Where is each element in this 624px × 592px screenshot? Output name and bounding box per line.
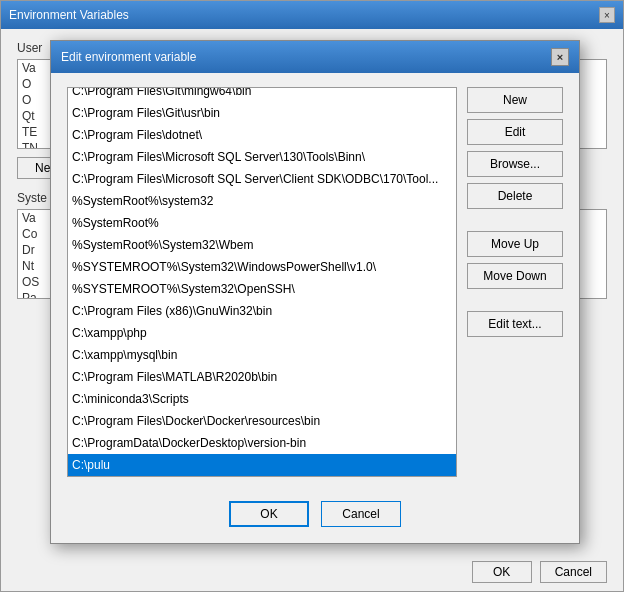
bg-cancel-button[interactable]: Cancel	[540, 561, 607, 583]
bg-close-button[interactable]: ×	[599, 7, 615, 23]
path-list-item[interactable]: C:\Program Files\dotnet\	[68, 124, 456, 146]
path-list-item[interactable]: %SystemRoot%\system32	[68, 190, 456, 212]
path-list-item[interactable]: C:\xampp\php	[68, 322, 456, 344]
path-list-container: C:\Program Files\nodejs\C:\Program Files…	[67, 87, 457, 477]
path-list[interactable]: C:\Program Files\nodejs\C:\Program Files…	[67, 87, 457, 477]
edit-text-button[interactable]: Edit text...	[467, 311, 563, 337]
bg-titlebar: Environment Variables ×	[1, 1, 623, 29]
bg-title: Environment Variables	[9, 8, 129, 22]
cancel-button[interactable]: Cancel	[321, 501, 401, 527]
path-list-item[interactable]: C:\Program Files\MATLAB\R2020b\bin	[68, 366, 456, 388]
path-list-item[interactable]: C:\Program Files\Microsoft SQL Server\Cl…	[68, 168, 456, 190]
path-list-item[interactable]: C:\Program Files\Git\usr\bin	[68, 102, 456, 124]
dialog-body: C:\Program Files\nodejs\C:\Program Files…	[51, 73, 579, 493]
path-list-item[interactable]: C:\Program Files\Docker\Docker\resources…	[68, 410, 456, 432]
path-list-item[interactable]: C:\pulu	[68, 454, 456, 476]
path-list-item[interactable]: %SYSTEMROOT%\System32\OpenSSH\	[68, 278, 456, 300]
path-list-item[interactable]: %SYSTEMROOT%\System32\WindowsPowerShell\…	[68, 256, 456, 278]
dialog-footer: OK Cancel	[51, 493, 579, 543]
browse-button[interactable]: Browse...	[467, 151, 563, 177]
ok-button[interactable]: OK	[229, 501, 309, 527]
new-button[interactable]: New	[467, 87, 563, 113]
edit-button[interactable]: Edit	[467, 119, 563, 145]
path-list-item[interactable]: C:\Program Files\Git\mingw64\bin	[68, 87, 456, 102]
bg-footer-buttons: OK Cancel	[456, 553, 623, 591]
bg-ok-button[interactable]: OK	[472, 561, 532, 583]
button-spacer-2	[467, 295, 563, 305]
path-list-item[interactable]: C:\ProgramData\DockerDesktop\version-bin	[68, 432, 456, 454]
move-down-button[interactable]: Move Down	[467, 263, 563, 289]
path-list-item[interactable]: %SystemRoot%	[68, 212, 456, 234]
button-spacer	[467, 215, 563, 225]
path-list-item[interactable]: %SystemRoot%\System32\Wbem	[68, 234, 456, 256]
edit-env-dialog: Edit environment variable × C:\Program F…	[50, 40, 580, 544]
path-list-item[interactable]: C:\Program Files (x86)\GnuWin32\bin	[68, 300, 456, 322]
button-panel: New Edit Browse... Delete Move Up Move D…	[467, 87, 563, 477]
dialog-title: Edit environment variable	[61, 50, 196, 64]
path-list-item[interactable]: C:\Program Files\Microsoft SQL Server\13…	[68, 146, 456, 168]
path-list-item[interactable]: C:\miniconda3\Scripts	[68, 388, 456, 410]
dialog-titlebar: Edit environment variable ×	[51, 41, 579, 73]
dialog-close-button[interactable]: ×	[551, 48, 569, 66]
path-list-item[interactable]: C:\xampp\mysql\bin	[68, 344, 456, 366]
move-up-button[interactable]: Move Up	[467, 231, 563, 257]
delete-button[interactable]: Delete	[467, 183, 563, 209]
